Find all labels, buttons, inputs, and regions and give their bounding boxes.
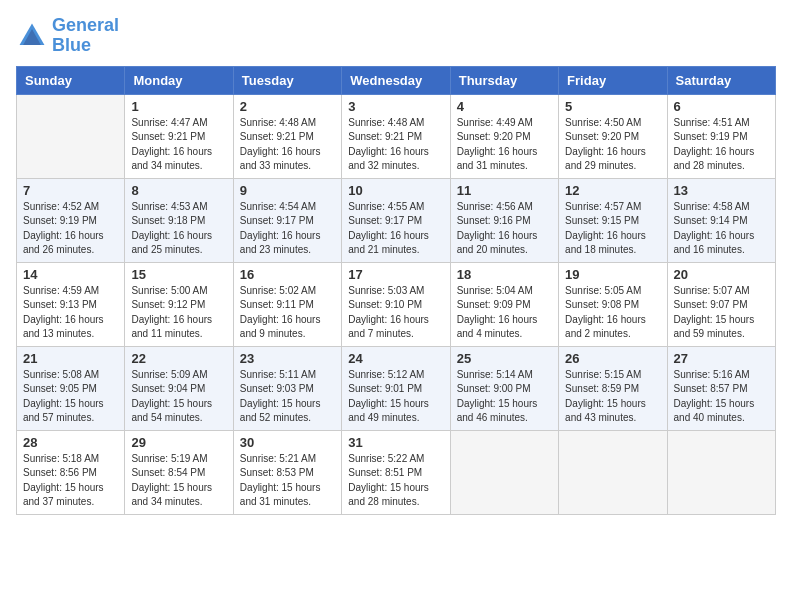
- day-info: Sunrise: 5:22 AMSunset: 8:51 PMDaylight:…: [348, 452, 443, 510]
- day-info: Sunrise: 5:05 AMSunset: 9:08 PMDaylight:…: [565, 284, 660, 342]
- day-info: Sunrise: 4:49 AMSunset: 9:20 PMDaylight:…: [457, 116, 552, 174]
- calendar-cell: 1Sunrise: 4:47 AMSunset: 9:21 PMDaylight…: [125, 94, 233, 178]
- logo: General Blue: [16, 16, 119, 56]
- day-info: Sunrise: 5:02 AMSunset: 9:11 PMDaylight:…: [240, 284, 335, 342]
- day-number: 15: [131, 267, 226, 282]
- day-number: 8: [131, 183, 226, 198]
- calendar-cell: 4Sunrise: 4:49 AMSunset: 9:20 PMDaylight…: [450, 94, 558, 178]
- day-number: 25: [457, 351, 552, 366]
- day-number: 27: [674, 351, 769, 366]
- day-header-tuesday: Tuesday: [233, 66, 341, 94]
- calendar-cell: 21Sunrise: 5:08 AMSunset: 9:05 PMDayligh…: [17, 346, 125, 430]
- day-info: Sunrise: 4:53 AMSunset: 9:18 PMDaylight:…: [131, 200, 226, 258]
- day-number: 2: [240, 99, 335, 114]
- calendar-cell: 19Sunrise: 5:05 AMSunset: 9:08 PMDayligh…: [559, 262, 667, 346]
- day-info: Sunrise: 5:08 AMSunset: 9:05 PMDaylight:…: [23, 368, 118, 426]
- day-info: Sunrise: 5:18 AMSunset: 8:56 PMDaylight:…: [23, 452, 118, 510]
- day-number: 28: [23, 435, 118, 450]
- calendar-cell: 22Sunrise: 5:09 AMSunset: 9:04 PMDayligh…: [125, 346, 233, 430]
- day-number: 4: [457, 99, 552, 114]
- day-info: Sunrise: 5:16 AMSunset: 8:57 PMDaylight:…: [674, 368, 769, 426]
- day-info: Sunrise: 4:48 AMSunset: 9:21 PMDaylight:…: [348, 116, 443, 174]
- day-number: 6: [674, 99, 769, 114]
- day-number: 17: [348, 267, 443, 282]
- calendar-cell: 20Sunrise: 5:07 AMSunset: 9:07 PMDayligh…: [667, 262, 775, 346]
- calendar-cell: 3Sunrise: 4:48 AMSunset: 9:21 PMDaylight…: [342, 94, 450, 178]
- calendar-table: SundayMondayTuesdayWednesdayThursdayFrid…: [16, 66, 776, 515]
- day-info: Sunrise: 4:59 AMSunset: 9:13 PMDaylight:…: [23, 284, 118, 342]
- day-info: Sunrise: 5:15 AMSunset: 8:59 PMDaylight:…: [565, 368, 660, 426]
- day-info: Sunrise: 4:55 AMSunset: 9:17 PMDaylight:…: [348, 200, 443, 258]
- day-number: 29: [131, 435, 226, 450]
- day-info: Sunrise: 4:50 AMSunset: 9:20 PMDaylight:…: [565, 116, 660, 174]
- calendar-cell: 24Sunrise: 5:12 AMSunset: 9:01 PMDayligh…: [342, 346, 450, 430]
- calendar-cell: 5Sunrise: 4:50 AMSunset: 9:20 PMDaylight…: [559, 94, 667, 178]
- calendar-cell: 29Sunrise: 5:19 AMSunset: 8:54 PMDayligh…: [125, 430, 233, 514]
- day-number: 21: [23, 351, 118, 366]
- day-info: Sunrise: 4:52 AMSunset: 9:19 PMDaylight:…: [23, 200, 118, 258]
- calendar-cell: 2Sunrise: 4:48 AMSunset: 9:21 PMDaylight…: [233, 94, 341, 178]
- day-header-wednesday: Wednesday: [342, 66, 450, 94]
- page-header: General Blue: [16, 16, 776, 56]
- calendar-cell: 10Sunrise: 4:55 AMSunset: 9:17 PMDayligh…: [342, 178, 450, 262]
- day-number: 13: [674, 183, 769, 198]
- calendar-week-row: 28Sunrise: 5:18 AMSunset: 8:56 PMDayligh…: [17, 430, 776, 514]
- day-number: 22: [131, 351, 226, 366]
- day-number: 9: [240, 183, 335, 198]
- day-info: Sunrise: 5:12 AMSunset: 9:01 PMDaylight:…: [348, 368, 443, 426]
- day-header-thursday: Thursday: [450, 66, 558, 94]
- calendar-cell: 17Sunrise: 5:03 AMSunset: 9:10 PMDayligh…: [342, 262, 450, 346]
- day-info: Sunrise: 4:54 AMSunset: 9:17 PMDaylight:…: [240, 200, 335, 258]
- calendar-cell: 13Sunrise: 4:58 AMSunset: 9:14 PMDayligh…: [667, 178, 775, 262]
- calendar-week-row: 21Sunrise: 5:08 AMSunset: 9:05 PMDayligh…: [17, 346, 776, 430]
- day-number: 14: [23, 267, 118, 282]
- calendar-cell: 8Sunrise: 4:53 AMSunset: 9:18 PMDaylight…: [125, 178, 233, 262]
- calendar-cell: [17, 94, 125, 178]
- calendar-cell: 23Sunrise: 5:11 AMSunset: 9:03 PMDayligh…: [233, 346, 341, 430]
- day-number: 16: [240, 267, 335, 282]
- calendar-cell: 26Sunrise: 5:15 AMSunset: 8:59 PMDayligh…: [559, 346, 667, 430]
- calendar-cell: 12Sunrise: 4:57 AMSunset: 9:15 PMDayligh…: [559, 178, 667, 262]
- day-number: 20: [674, 267, 769, 282]
- day-info: Sunrise: 5:07 AMSunset: 9:07 PMDaylight:…: [674, 284, 769, 342]
- day-number: 11: [457, 183, 552, 198]
- day-header-monday: Monday: [125, 66, 233, 94]
- calendar-cell: 7Sunrise: 4:52 AMSunset: 9:19 PMDaylight…: [17, 178, 125, 262]
- day-number: 26: [565, 351, 660, 366]
- day-header-sunday: Sunday: [17, 66, 125, 94]
- calendar-week-row: 14Sunrise: 4:59 AMSunset: 9:13 PMDayligh…: [17, 262, 776, 346]
- calendar-cell: 18Sunrise: 5:04 AMSunset: 9:09 PMDayligh…: [450, 262, 558, 346]
- day-info: Sunrise: 4:56 AMSunset: 9:16 PMDaylight:…: [457, 200, 552, 258]
- logo-text: General Blue: [52, 16, 119, 56]
- calendar-cell: 25Sunrise: 5:14 AMSunset: 9:00 PMDayligh…: [450, 346, 558, 430]
- day-number: 19: [565, 267, 660, 282]
- day-info: Sunrise: 4:51 AMSunset: 9:19 PMDaylight:…: [674, 116, 769, 174]
- day-number: 5: [565, 99, 660, 114]
- day-number: 30: [240, 435, 335, 450]
- day-info: Sunrise: 5:00 AMSunset: 9:12 PMDaylight:…: [131, 284, 226, 342]
- calendar-week-row: 7Sunrise: 4:52 AMSunset: 9:19 PMDaylight…: [17, 178, 776, 262]
- day-header-friday: Friday: [559, 66, 667, 94]
- day-info: Sunrise: 4:48 AMSunset: 9:21 PMDaylight:…: [240, 116, 335, 174]
- day-info: Sunrise: 5:14 AMSunset: 9:00 PMDaylight:…: [457, 368, 552, 426]
- calendar-header-row: SundayMondayTuesdayWednesdayThursdayFrid…: [17, 66, 776, 94]
- day-info: Sunrise: 5:21 AMSunset: 8:53 PMDaylight:…: [240, 452, 335, 510]
- day-info: Sunrise: 4:47 AMSunset: 9:21 PMDaylight:…: [131, 116, 226, 174]
- day-header-saturday: Saturday: [667, 66, 775, 94]
- day-info: Sunrise: 5:19 AMSunset: 8:54 PMDaylight:…: [131, 452, 226, 510]
- calendar-cell: [667, 430, 775, 514]
- day-number: 31: [348, 435, 443, 450]
- calendar-cell: 27Sunrise: 5:16 AMSunset: 8:57 PMDayligh…: [667, 346, 775, 430]
- calendar-cell: [559, 430, 667, 514]
- day-number: 12: [565, 183, 660, 198]
- day-number: 1: [131, 99, 226, 114]
- calendar-cell: [450, 430, 558, 514]
- calendar-week-row: 1Sunrise: 4:47 AMSunset: 9:21 PMDaylight…: [17, 94, 776, 178]
- day-info: Sunrise: 4:57 AMSunset: 9:15 PMDaylight:…: [565, 200, 660, 258]
- calendar-cell: 28Sunrise: 5:18 AMSunset: 8:56 PMDayligh…: [17, 430, 125, 514]
- calendar-cell: 16Sunrise: 5:02 AMSunset: 9:11 PMDayligh…: [233, 262, 341, 346]
- calendar-cell: 30Sunrise: 5:21 AMSunset: 8:53 PMDayligh…: [233, 430, 341, 514]
- day-number: 24: [348, 351, 443, 366]
- day-info: Sunrise: 5:11 AMSunset: 9:03 PMDaylight:…: [240, 368, 335, 426]
- day-info: Sunrise: 5:09 AMSunset: 9:04 PMDaylight:…: [131, 368, 226, 426]
